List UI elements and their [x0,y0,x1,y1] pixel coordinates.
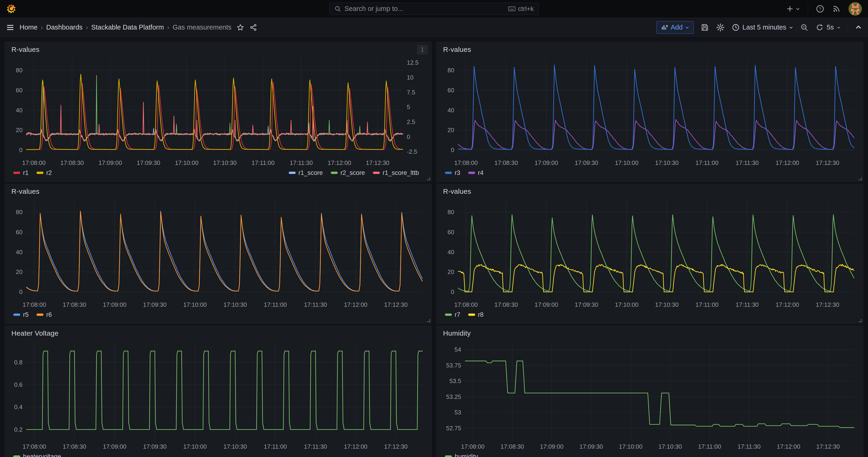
time-series-chart[interactable]: 17:08:0017:08:3017:09:0017:09:3017:10:00… [440,196,860,309]
svg-text:17:10:30: 17:10:30 [223,301,247,308]
panel-header[interactable]: R-values [440,44,860,55]
legend-item[interactable]: r8 [468,311,484,318]
panel-header[interactable]: Humidity [440,328,860,338]
svg-text:0: 0 [451,288,454,295]
svg-text:17:11:00: 17:11:00 [264,443,287,450]
plus-icon [786,5,794,13]
legend-item[interactable]: r3 [445,169,460,177]
share-button[interactable] [249,24,257,31]
svg-text:0: 0 [407,133,410,140]
panel-header[interactable]: R-values [440,186,860,196]
panel-title[interactable]: R-values [11,187,39,195]
svg-text:17:09:00: 17:09:00 [99,159,122,166]
clock-icon [732,24,740,31]
legend-item[interactable]: r2_score [331,169,365,177]
breadcrumb-item[interactable]: Gas measurements [173,24,231,31]
svg-text:17:09:00: 17:09:00 [103,301,126,308]
svg-text:17:12:30: 17:12:30 [366,159,390,166]
panel: Heater Voltage 17:08:0017:08:3017:09:001… [5,326,432,457]
svg-text:17:08:30: 17:08:30 [63,301,86,308]
breadcrumb-separator: › [86,24,88,31]
user-avatar[interactable] [848,2,862,16]
search-input[interactable] [344,5,505,12]
dashboard-settings-button[interactable] [716,23,725,32]
svg-text:17:12:00: 17:12:00 [775,159,799,166]
panel-title[interactable]: Heater Voltage [11,329,59,337]
legend-label: r1_score [299,169,323,177]
legend-swatch [445,172,452,174]
mega-menu-button[interactable] [6,23,14,32]
save-icon [701,23,709,32]
add-panel-button[interactable]: Add [656,21,694,34]
panel-legend: r5r6 [8,309,428,322]
svg-text:17:10:30: 17:10:30 [213,159,237,166]
share-icon [249,24,257,31]
legend-label: r1 [23,169,29,177]
legend-label: r6 [46,311,52,318]
svg-text:0.4: 0.4 [14,403,23,410]
save-dashboard-button[interactable] [701,23,709,32]
svg-text:20: 20 [16,268,23,275]
chart-box: 17:08:0017:08:3017:09:0017:09:3017:10:00… [8,338,428,451]
panel-header[interactable]: Heater Voltage [8,328,428,338]
new-button[interactable] [786,5,800,13]
time-series-chart[interactable]: 17:08:0017:08:3017:09:0017:09:3017:10:00… [440,338,860,451]
zoom-out-button[interactable] [800,23,808,32]
time-range-picker[interactable]: Last 5 minutes [732,24,794,31]
svg-text:17:11:30: 17:11:30 [304,301,327,308]
legend-label: r5 [23,311,29,318]
panel-title[interactable]: R-values [11,45,39,54]
time-series-chart[interactable]: 17:08:0017:08:3017:09:0017:09:3017:10:00… [8,196,428,309]
svg-text:17:11:00: 17:11:00 [695,301,718,308]
time-series-chart[interactable]: 17:08:0017:08:3017:09:0017:09:3017:10:00… [440,55,860,168]
legend-item[interactable]: r1 [13,169,29,177]
global-search[interactable]: ctrl+k [330,3,538,15]
panel-title[interactable]: Humidity [443,329,471,337]
legend-item[interactable]: r1_score [289,169,323,177]
breadcrumb-item[interactable]: Stackable Data Platform [91,24,164,31]
grafana-logo[interactable] [6,3,17,14]
refresh-icon [815,23,824,32]
panel-menu-button[interactable] [417,45,428,55]
svg-text:17:11:00: 17:11:00 [695,159,718,166]
panel-resize-handle[interactable] [427,319,430,322]
panel-title[interactable]: R-values [443,45,471,54]
svg-text:17:08:00: 17:08:00 [22,159,45,166]
legend-item[interactable]: r1_score_lttb [373,169,419,177]
panel-header[interactable]: R-values [8,186,428,196]
panel-header[interactable]: R-values [8,44,428,55]
svg-text:17:10:30: 17:10:30 [658,443,682,450]
news-button[interactable] [832,5,841,13]
panel-title[interactable]: R-values [443,187,471,195]
legend-item[interactable]: r5 [13,311,29,318]
chart-box: 17:08:0017:08:3017:09:0017:09:3017:10:00… [440,196,860,309]
panel-resize-handle[interactable] [859,177,862,180]
refresh-button[interactable]: 5s [815,23,841,32]
breadcrumb-item[interactable]: Dashboards [46,24,83,31]
svg-text:40: 40 [16,249,23,255]
legend-item[interactable]: r7 [445,311,460,318]
time-series-chart[interactable]: 17:08:0017:08:3017:09:0017:09:3017:10:00… [8,338,428,451]
svg-text:17:11:00: 17:11:00 [698,443,721,450]
collapse-toolbar-button[interactable] [855,24,862,31]
chevron-down-icon [685,25,689,30]
legend-item[interactable]: r4 [468,169,484,177]
legend-item[interactable]: r6 [36,311,52,318]
svg-text:-2.5: -2.5 [407,148,417,155]
svg-text:17:08:00: 17:08:00 [461,443,485,450]
svg-text:53.5: 53.5 [450,377,461,385]
legend-item[interactable]: r2 [36,169,52,177]
panel-resize-handle[interactable] [859,319,862,322]
svg-text:17:08:30: 17:08:30 [494,159,518,166]
legend-item[interactable]: heatervoltage [13,453,61,457]
breadcrumb-item[interactable]: Home [20,24,37,31]
svg-text:60: 60 [16,87,23,94]
panel-resize-handle[interactable] [427,177,430,180]
favorite-star-button[interactable] [237,24,244,31]
legend-item[interactable]: humidity [445,453,478,457]
svg-text:2.5: 2.5 [407,118,415,125]
svg-text:10: 10 [407,74,413,81]
time-series-chart[interactable]: 17:08:0017:08:3017:09:0017:09:3017:10:00… [8,55,428,168]
help-button[interactable]: ? [816,5,824,13]
svg-text:0: 0 [451,147,454,153]
